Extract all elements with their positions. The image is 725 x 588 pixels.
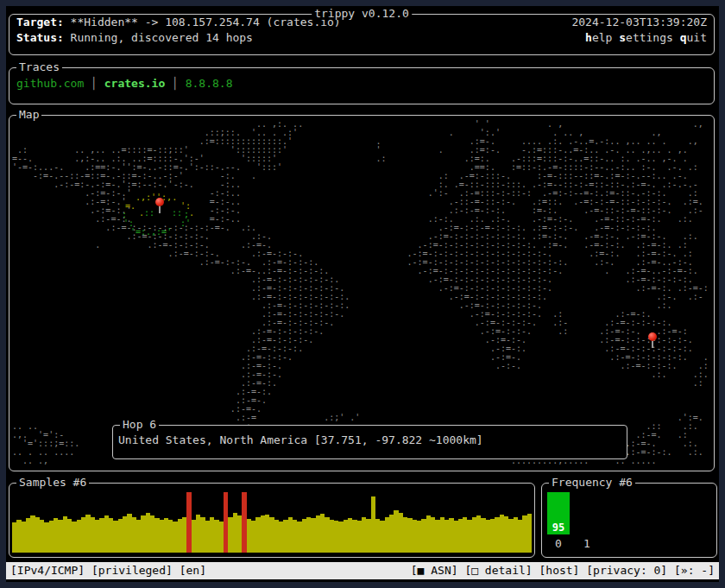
frequency-title: Frequency #6	[549, 476, 635, 489]
map-panel: Map .. ,:. .. ' ' . , ., .::;::. '.. . .…	[9, 115, 715, 471]
samples-title: Samples #6	[16, 476, 89, 489]
statusbar-left-item-1[interactable]: [privileged]	[85, 564, 173, 577]
trace-tab-8.8.8.8[interactable]: 8.8.8.8	[186, 77, 233, 90]
ring-segment: '=:.,:='	[130, 228, 172, 237]
menu-item-help[interactable]: help	[585, 31, 619, 44]
statusbar-right-item-2[interactable]: [host]	[533, 564, 580, 577]
status-text: Status: Running, discovered 14 hops	[16, 30, 253, 46]
frequency-panel: Frequency #6 95 01	[541, 483, 717, 558]
sample-bar	[527, 514, 532, 553]
target-label: Target:	[16, 16, 64, 28]
terminal-screen: trippy v0.12.0 Target: **Hidden** -> 108…	[6, 6, 719, 582]
statusbar-right-item-1[interactable]: [□ detail]	[458, 564, 533, 577]
status-bar-right: [■ ASN] [□ detail] [host] [privacy: 0] […	[411, 562, 715, 579]
traces-panel: Traces github.com │ crates.io │ 8.8.8.8	[9, 67, 715, 104]
samples-bar-chart	[12, 492, 532, 553]
hop-info-text: United States, North America [37.751, -9…	[113, 426, 627, 446]
hop-info-title: Hop 6	[120, 418, 159, 431]
samples-panel: Samples #6	[9, 483, 535, 558]
frequency-tick-1: 1	[583, 537, 590, 550]
hop-info-box: Hop 6 United States, North America [37.7…	[112, 425, 627, 459]
frequency-bar-value: 95	[547, 522, 570, 534]
frequency-tick-0: 0	[547, 537, 570, 550]
status-label: Status:	[16, 31, 64, 44]
trace-tab-github.com[interactable]: github.com	[16, 77, 84, 90]
frequency-x-axis: 01	[547, 537, 590, 550]
target-text: Target: **Hidden** -> 108.157.254.74 (cr…	[16, 15, 341, 30]
trace-tab-crates.io[interactable]: crates.io	[104, 77, 165, 90]
ring-segment: ::	[172, 209, 182, 218]
statusbar-left-item-2[interactable]: [en]	[173, 564, 206, 577]
statusbar-right-item-0[interactable]: [■ ASN]	[411, 564, 458, 577]
ring-segment: ::	[144, 209, 154, 218]
status-bar-left: [IPv4/ICMP] [privileged] [en]	[10, 562, 206, 579]
pin-head	[155, 198, 164, 206]
traces-list: github.com │ crates.io │ 8.8.8.8	[9, 68, 714, 90]
statusbar-right-item-3[interactable]: [privacy: 0]	[579, 564, 667, 577]
ring-segment: .	[189, 209, 194, 218]
location-pin-0	[155, 198, 164, 214]
status-value: Running, discovered 14 hops	[64, 31, 253, 44]
frequency-bar-chart: 95	[547, 492, 570, 534]
statusbar-left-item-0[interactable]: [IPv4/ICMP]	[10, 564, 85, 577]
menu-item-settings[interactable]: settings	[619, 31, 679, 44]
trace-separator: │	[165, 77, 185, 90]
ring-segment: :'	[180, 219, 191, 228]
header-panel: trippy v0.12.0 Target: **Hidden** -> 108…	[9, 14, 715, 55]
statusbar-right-item-4[interactable]: [»: -]	[667, 564, 715, 577]
timestamp: 2024-12-03T13:39:20Z	[571, 15, 707, 30]
pin-head	[648, 332, 657, 341]
menu-item-quit[interactable]: quit	[680, 31, 707, 44]
status-row: Status: Running, discovered 14 hops help…	[9, 30, 714, 46]
trace-separator: │	[84, 77, 104, 90]
status-bar: [IPv4/ICMP] [privileged] [en] [■ ASN] [□…	[6, 562, 719, 579]
target-value: **Hidden** -> 108.157.254.74 (crates.io)	[64, 16, 341, 28]
location-pin-1	[648, 332, 657, 349]
menu: help settings quit	[585, 30, 707, 46]
world-map-ascii-art: .. ,:. .. ' ' . , ., .::;::. '.. . .:' .…	[12, 120, 709, 465]
app-title: trippy v0.12.0	[312, 7, 412, 20]
traces-title: Traces	[16, 60, 62, 73]
